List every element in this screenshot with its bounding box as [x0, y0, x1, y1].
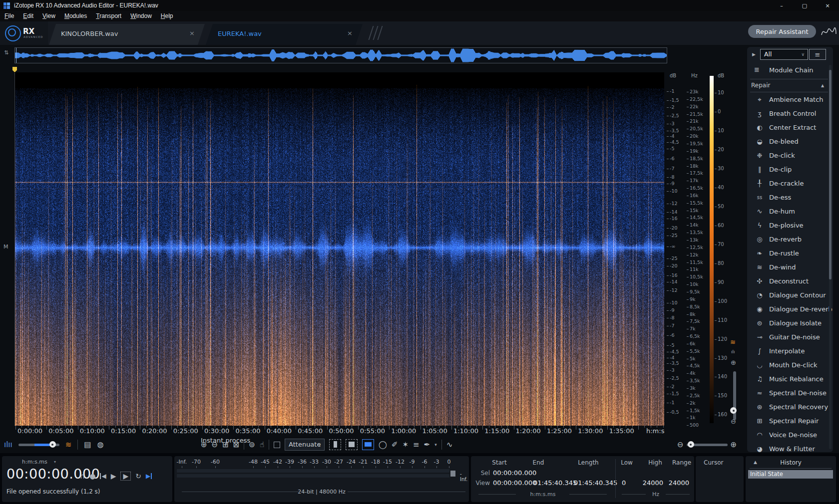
hzoom-in-button[interactable]: ⊕ [731, 441, 737, 449]
view-end-value[interactable]: 01:45:40.345 [533, 479, 577, 487]
lasso-tool[interactable]: ◯ [379, 441, 387, 449]
panel-menu-button[interactable]: ≡ [809, 49, 826, 60]
hzoom-out-button[interactable]: ⊖ [677, 441, 684, 449]
overview-waveform-canvas[interactable] [15, 48, 667, 63]
event-list-button[interactable]: ▤ [84, 441, 91, 449]
signal-signature-icon[interactable] [820, 24, 837, 39]
module-dialogue-isolate[interactable]: ⊜Dialogue Isolate [747, 318, 830, 329]
wave-spect-blend-slider[interactable] [18, 441, 59, 448]
wave-spect-blend-slider-knob[interactable] [49, 441, 56, 448]
module-de-click[interactable]: ❉De-click [747, 150, 830, 161]
module-de-ess[interactable]: ssDe-ess [747, 192, 830, 203]
menu-view[interactable]: View [38, 11, 60, 21]
waveform-view-icon[interactable]: ılıı [4, 441, 12, 449]
history-item[interactable]: Initial State [748, 470, 833, 479]
module-de-wind[interactable]: ≋De-wind [747, 262, 830, 273]
node-tool[interactable]: ∿ [446, 441, 453, 449]
minimize-button[interactable]: – [770, 0, 793, 11]
module-spectral-de-noise[interactable]: ≈Spectral De-noise [747, 388, 830, 399]
module-chain-button[interactable]: ≣ Module Chain [747, 65, 833, 76]
module-de-crackle[interactable]: ╀De-crackle [747, 178, 830, 189]
module-breath-control[interactable]: ʒBreath Control [747, 108, 830, 119]
module-spectral-repair[interactable]: ⊞Spectral Repair [747, 416, 830, 427]
monitor-button[interactable]: ∩ [80, 473, 85, 480]
tab-kinolorber-wav[interactable]: KINOLORBER.wav× [49, 24, 205, 45]
record-button[interactable]: ● [89, 473, 95, 480]
module-de-clip[interactable]: ∥De-clip [747, 164, 830, 175]
freq-range-value[interactable]: 24000 [662, 479, 689, 487]
menu-help[interactable]: Help [156, 11, 178, 21]
tab-close-icon[interactable]: × [189, 29, 195, 37]
freq-low-value[interactable]: 0 [622, 479, 626, 487]
feather-tool[interactable]: ✒ [424, 441, 430, 449]
process-mode-select[interactable]: Attenuate∨ [285, 439, 325, 451]
module-spectral-recovery[interactable]: ⊛Spectral Recovery [747, 402, 830, 413]
freq-high-value[interactable]: 24000 [636, 479, 663, 487]
module-scrollbar-thumb[interactable] [829, 70, 832, 279]
module-interpolate[interactable]: ∫Interpolate [747, 346, 830, 357]
hzoom-slider-knob[interactable] [688, 441, 694, 448]
module-center-extract[interactable]: ◐Center Extract [747, 122, 830, 133]
module-de-rustle[interactable]: ❧De-rustle [747, 248, 830, 259]
play-button[interactable]: ▶ [111, 473, 116, 480]
menu-modules[interactable]: Modules [60, 11, 91, 21]
brush-tool[interactable]: ✐ [392, 441, 398, 449]
view-start-value[interactable]: 00:00:00.000 [493, 479, 536, 487]
module-music-rebalance[interactable]: ♫Music Rebalance [747, 374, 830, 385]
menu-file[interactable]: File [0, 11, 18, 21]
clip-indicator[interactable] [450, 471, 455, 477]
fill-tool[interactable]: ≡ [413, 441, 420, 449]
vertical-zoom-in-icon[interactable]: ⊕ [731, 359, 736, 366]
module-dialogue-de-reverb[interactable]: ◉Dialogue De-reverb [747, 304, 830, 315]
loop-button[interactable]: ↻ [135, 473, 141, 480]
close-button[interactable]: × [816, 0, 839, 11]
meters-panel[interactable]: -Inf. 24-bit | 48000 Hz -Inf.-70-60-48-4… [174, 456, 469, 502]
time-format-select[interactable]: h:m:s.ms [22, 459, 47, 465]
module-mouth-de-click[interactable]: ◡Mouth De-click [747, 360, 830, 371]
hzoom-slider[interactable] [687, 441, 728, 448]
magic-wand-tool[interactable]: ✶ [402, 441, 409, 449]
module-dialogue-contour[interactable]: ◔Dialogue Contour [747, 290, 830, 301]
feather-options-chevron[interactable]: ▾ [434, 443, 437, 447]
time-selection-tool[interactable] [329, 439, 341, 450]
vertical-zoom-out-icon[interactable]: ⊖ [731, 418, 736, 425]
hand-tool-button[interactable]: ☝ [260, 441, 264, 449]
module-de-reverb[interactable]: ◎De-reverb [747, 234, 830, 245]
overview-collapse-handle[interactable]: ⇅ [4, 49, 8, 56]
playhead-marker[interactable] [12, 67, 17, 72]
vertical-zoom-slider-knob[interactable] [730, 407, 737, 414]
repair-section-header[interactable]: Repair [751, 82, 770, 89]
skip-to-start-button[interactable]: ◀ [100, 473, 106, 479]
spectrogram-color-legend[interactable] [710, 76, 714, 423]
spectrogram-view-icon[interactable]: ≋ [65, 441, 72, 449]
module-deconstruct[interactable]: ✣Deconstruct [747, 276, 830, 287]
tab-close-icon[interactable]: × [347, 29, 353, 37]
menu-window[interactable]: Window [126, 11, 156, 21]
view-length-value[interactable]: 01:45:40.345 [574, 479, 617, 487]
module-de-hum[interactable]: ∿De-hum [747, 206, 830, 217]
sel-start-value[interactable]: 00:00:00.000 [493, 469, 536, 477]
play-selection-button[interactable]: ▶ [120, 472, 131, 481]
module-guitar-de-noise[interactable]: ⊸Guitar De-noise [747, 332, 830, 343]
collapse-triangle-icon[interactable]: ▲ [821, 83, 824, 88]
comments-button[interactable]: ◍ [97, 441, 103, 449]
instant-process-checkbox[interactable] [274, 442, 280, 448]
maximize-button[interactable]: ▢ [793, 0, 816, 11]
preview-play-icon[interactable]: ▶ [752, 52, 756, 57]
overview-waveform[interactable] [14, 47, 667, 63]
module-de-bleed[interactable]: ◒De-bleed [747, 136, 830, 147]
spectrogram-blend-icon[interactable]: ≋ [730, 338, 736, 346]
play-to-end-button[interactable]: ▶ [146, 473, 152, 479]
module-ambience-match[interactable]: ⌖Ambience Match [747, 94, 830, 105]
time-ruler[interactable]: 0:00:000:05:000:10:000:15:000:20:000:25:… [15, 426, 664, 436]
time-frequency-selection-tool[interactable] [346, 439, 358, 450]
repair-assistant-button[interactable]: Repair Assistant [748, 25, 816, 38]
menu-edit[interactable]: Edit [18, 11, 38, 21]
module-de-plosive[interactable]: ϟDe-plosive [747, 220, 830, 231]
tab-eureka-wav[interactable]: EUREKA!.wav× [206, 24, 363, 45]
waveform-blend-icon[interactable]: ılı [731, 349, 735, 354]
spectrogram-canvas[interactable] [15, 72, 664, 426]
module-filter-select[interactable]: All ∨ [760, 49, 808, 60]
frequency-selection-tool[interactable] [362, 439, 374, 450]
menu-transport[interactable]: Transport [91, 11, 126, 21]
